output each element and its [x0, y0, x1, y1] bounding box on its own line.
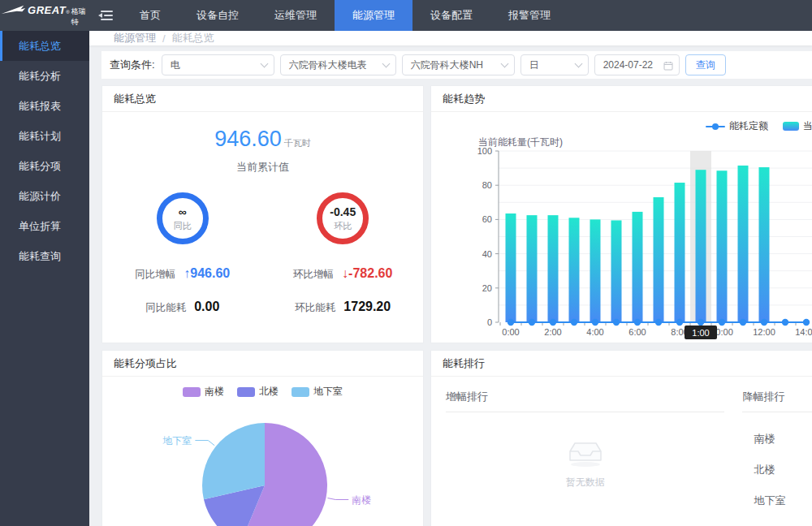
- svg-text:6:00: 6:00: [628, 327, 646, 337]
- search-button[interactable]: 查询: [685, 54, 726, 75]
- nav-item-alarm-management[interactable]: 报警管理: [490, 0, 568, 31]
- date-picker[interactable]: 2024-07-22: [594, 54, 680, 75]
- legend-north-label: 北楼: [259, 385, 279, 399]
- decrease-ranking-section: 降幅排行 南楼 北楼 地下室: [742, 377, 812, 516]
- empty-box-icon: [564, 433, 607, 468]
- svg-text:0:00: 0:00: [502, 327, 519, 337]
- logo-great: GREAT: [28, 4, 66, 16]
- svg-text:20: 20: [482, 283, 492, 293]
- legend-current-bar[interactable]: 当前能耗: [783, 119, 812, 133]
- topbar: GREAT®格瑞特 首页 设备自控 运维管理 能源管理 设备配置 报警管理: [0, 0, 812, 31]
- energy-ranking-card: 能耗排行 增幅排行: [430, 350, 812, 526]
- svg-text:4:00: 4:00: [586, 327, 603, 337]
- list-item[interactable]: 南楼: [742, 424, 812, 455]
- sidebar-item-energy-analysis[interactable]: 能耗分析: [0, 61, 89, 91]
- yoy-ring-label: 同比: [174, 220, 192, 232]
- legend-quota-label: 能耗定额: [729, 119, 768, 133]
- mom-energy-label: 环比能耗: [295, 301, 335, 315]
- legend-quota-line[interactable]: 能耗定额: [706, 119, 768, 133]
- decrease-ranking-list: 南楼 北楼 地下室: [742, 424, 812, 516]
- cumulative-value: 946.60: [214, 127, 282, 151]
- breadcrumb-parent[interactable]: 能源管理: [114, 31, 156, 45]
- empty-text: 暂无数据: [566, 476, 605, 489]
- svg-text:2:00: 2:00: [544, 327, 561, 337]
- period-value: 日: [529, 58, 539, 72]
- breadcrumb-separator: /: [162, 32, 166, 45]
- empty-state: 暂无数据: [446, 433, 724, 489]
- legend-north-building[interactable]: 北楼: [237, 385, 279, 399]
- meter-value: 六院骨科大楼电表: [289, 58, 367, 72]
- ranking-card-title: 能耗排行: [431, 351, 812, 377]
- sidebar-item-energy-report[interactable]: 能耗报表: [0, 91, 89, 121]
- yoy-energy-label: 同比能耗: [145, 301, 186, 315]
- sidebar-item-energy-plan[interactable]: 能耗计划: [0, 121, 89, 151]
- svg-text:14:00: 14:00: [795, 327, 812, 337]
- bar-marker-icon: [783, 122, 799, 131]
- yoy-growth-value: ↑946.60: [184, 266, 230, 281]
- breakdown-pie-chart[interactable]: 南楼北楼地下室: [102, 417, 425, 526]
- swatch-icon: [292, 387, 309, 397]
- logo-chinese: 格瑞特: [71, 6, 89, 28]
- energy-trend-card: 能耗趋势 能耗定额 当前能耗: [430, 85, 812, 343]
- svg-text:0: 0: [487, 317, 492, 327]
- cumulative-unit: 千瓦时: [284, 138, 311, 148]
- yoy-ring-value: ∞: [179, 205, 187, 218]
- energy-overview-card: 能耗总览 946.60千瓦时 当前累计值 ∞ 同比: [102, 85, 424, 343]
- breadcrumb-current: 能耗总览: [172, 31, 214, 45]
- mom-ring: -0.45 环比: [317, 192, 369, 244]
- logo-flag-icon: [0, 3, 26, 28]
- nav-item-ops-management[interactable]: 运维管理: [257, 0, 335, 31]
- mom-energy-value: 1729.20: [343, 300, 391, 314]
- chevron-down-icon: [574, 60, 582, 68]
- divider: [742, 412, 812, 412]
- sidebar-item-energy-subitem[interactable]: 能耗分项: [0, 151, 89, 181]
- line-marker-icon: [706, 126, 725, 127]
- svg-text:12:00: 12:00: [753, 327, 775, 337]
- chevron-down-icon: [500, 60, 508, 68]
- date-value: 2024-07-22: [603, 59, 653, 71]
- energy-dashboard-page: GREAT®格瑞特 首页 设备自控 运维管理 能源管理 设备配置 报警管理 能耗…: [0, 0, 812, 526]
- building-select[interactable]: 六院骨科大楼NH: [402, 54, 515, 75]
- trend-card-title: 能耗趋势: [431, 86, 812, 112]
- energy-type-value: 电: [171, 58, 180, 72]
- period-select[interactable]: 日: [520, 54, 589, 75]
- logo-text: GREAT®格瑞特: [28, 4, 89, 28]
- divider: [446, 412, 724, 412]
- legend-south-building[interactable]: 南楼: [183, 385, 224, 399]
- list-item[interactable]: 地下室: [742, 485, 812, 516]
- swatch-icon: [183, 387, 201, 397]
- calendar-icon: [663, 61, 673, 71]
- sidebar-item-energy-pricing[interactable]: 能源计价: [0, 181, 89, 211]
- energy-breakdown-card: 能耗分项占比 南楼 北楼: [102, 350, 424, 526]
- sidebar-fold-icon[interactable]: [89, 0, 122, 31]
- svg-text:100: 100: [477, 148, 492, 156]
- overview-card-title: 能耗总览: [102, 86, 423, 112]
- energy-type-select[interactable]: 电: [162, 54, 274, 75]
- building-value: 六院骨科大楼NH: [411, 58, 483, 72]
- legend-current-label: 当前能耗: [803, 119, 812, 133]
- nav-item-home[interactable]: 首页: [122, 0, 179, 31]
- increase-ranking-section: 增幅排行 暂无数据: [431, 377, 724, 516]
- sidebar-item-unit-conversion[interactable]: 单位折算: [0, 211, 89, 241]
- list-item[interactable]: 北楼: [742, 455, 812, 485]
- meter-select[interactable]: 六院骨科大楼电表: [280, 54, 396, 75]
- pie-card-title: 能耗分项占比: [102, 351, 423, 377]
- svg-text:南楼: 南楼: [352, 494, 371, 506]
- legend-basement[interactable]: 地下室: [292, 385, 343, 399]
- sidebar-item-energy-overview[interactable]: 能耗总览: [0, 31, 89, 61]
- mom-growth-value: ↓-782.60: [342, 266, 392, 281]
- sidebar-item-energy-query[interactable]: 能耗查询: [0, 241, 89, 271]
- yoy-energy-value: 0.00: [194, 300, 219, 314]
- nav-item-energy-management[interactable]: 能源管理: [335, 0, 412, 31]
- nav-item-device-autocontrol[interactable]: 设备自控: [179, 0, 257, 31]
- swatch-icon: [237, 387, 255, 397]
- svg-text:地下室: 地下室: [162, 435, 192, 446]
- query-bar: 查询条件: 电 六院骨科大楼电表 六院骨科大楼NH 日 2024-07-22: [102, 51, 812, 79]
- trend-legend: 能耗定额 当前能耗: [706, 119, 812, 133]
- trend-bar-chart[interactable]: 0204060801000:002:004:006:008:0010:0012:…: [431, 148, 812, 349]
- legend-south-label: 南楼: [205, 385, 224, 399]
- svg-text:40: 40: [482, 249, 492, 259]
- svg-text:1:00: 1:00: [692, 328, 709, 338]
- nav-item-device-config[interactable]: 设备配置: [412, 0, 490, 31]
- brand-logo: GREAT®格瑞特: [0, 0, 89, 31]
